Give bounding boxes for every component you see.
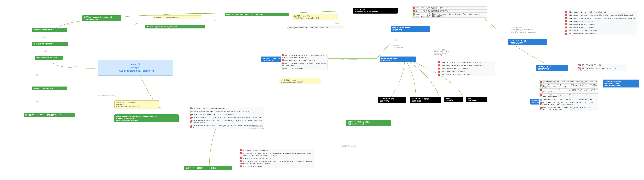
edge-e12: 继承 — [395, 39, 398, 41]
domain-list: 1$this->domain = $this->host; //当前域名属性 /… — [279, 53, 329, 71]
left-n6: 执行容器类Container中的make方法,参数为"route" — [24, 113, 75, 117]
addrule-call: $this->group->addRule('hello/:name', 'in… — [288, 26, 343, 29]
setrule-list: 1是否完全匹配,此配置是否有$标识 2把原本参数,代成正配,'hello/<na… — [575, 63, 628, 72]
left-n3: 静态访问不存在的get( )方法 — [32, 42, 68, 46]
yellow-y3: 这里的$this->group属性 是已经实例化的 think\route\Do… — [292, 14, 338, 20]
blue-b2: think\route\Domain类 // 注册默认域名 — [380, 56, 416, 62]
black-k2: checkUrlBind( )方法 检测URL绑定 — [378, 97, 406, 103]
setrulename-list: 1若$route为空即是指:如'index/hello',则$this->nam… — [537, 80, 600, 112]
left-n1: 调用不存在的Route类 触发autoload 加载think\facade\R… — [82, 15, 122, 21]
edge-e11: 实例化think\route\Domain类 — [340, 58, 358, 60]
left-n2: 加载think\facade\Route类 — [32, 28, 67, 32]
edge-e2: 步骤二 — [67, 24, 71, 26]
blue-b3: think\route\RuleGroup类 //注册默认域名 — [391, 26, 430, 32]
yellow-y4: 这一属性$this->group think\Route类的rule( )方法中… — [279, 78, 321, 84]
left-n4: 触发Facade类里面 callStatic( ) — [35, 56, 63, 60]
edge-e9: 调用 — [214, 20, 216, 22]
black-k1: addRule( )方法 添加分组下的路由规则或者子分组 — [353, 8, 398, 14]
green-g3: 调用think\Route中的__make(App $app,Config $c… — [114, 114, 178, 122]
left-n5: 调用static::createFacade() — [32, 86, 67, 90]
green-g4: 触发think\Route类中的 __construct( )方法 — [184, 166, 232, 170]
edge-e4: 步骤四 — [43, 50, 48, 52]
blue-b4: think\route\RuleItem类 // 创建路由规则实例 — [508, 39, 547, 45]
edge-e14: 返回属性 think\Route类 返回属性 App类、Config类 — [248, 126, 265, 130]
black-k5: bind( ) //设置路由绑定 — [466, 97, 487, 102]
black-k4: check( ) //路由检测 — [444, 97, 462, 102]
edge-e8: 步骤八 — [134, 23, 138, 25]
construct-list: 1$this->app = $app;//注入的App对象 2$this->re… — [237, 148, 315, 169]
edge-e3: 步骤三 — [43, 36, 48, 38]
edge-e6: 步骤六 — [35, 100, 39, 102]
yellow-y1: //此时的think\Route类加载了各种配置 — [152, 15, 201, 20]
addrule-list: 1$name = $route;// 读取路由标识,即"hello/name" … — [410, 6, 488, 18]
blue-b7: RuleItem的父类 Rule类 中的parseVar( )方法 //分析路由… — [603, 80, 639, 88]
green-g1: think\Route::get('hello/:name', 'index/h… — [145, 25, 205, 28]
edge-e15: 实例化think\Request类 — [342, 145, 356, 147]
green-g2: think\Route::rule('hello/:name', 'index/… — [225, 12, 289, 16]
ruleitem-list: 1$this->router = $router;//路由实例,think\Ro… — [562, 10, 639, 36]
edge-e1: 步骤一 — [72, 66, 77, 68]
green-g5: 触发Container中的__get( )方法 实例化think\Request… — [346, 120, 391, 126]
blue-b5: setRule($rule) 方法 //路由规则预处理 — [536, 65, 568, 71]
edge-e13: (遍历子数) 属性和方法三项 — [394, 45, 403, 48]
edge-e10: 实例化 — [335, 22, 339, 24]
edge-e7: 返回了加载的think\Route类 — [98, 95, 114, 97]
yellow-y2: 注意:在步骤八之前,都是铺垫 还没有调用到 get( 'hello/:name'… — [114, 100, 159, 109]
domain-inst-list: 1$this->router = $router;//路由对象,指think\R… — [436, 60, 497, 77]
edge-e5: 步骤五 — [35, 74, 39, 76]
root-node: route目录 route.php Route::get('hello/:nam… — [98, 60, 173, 76]
construct-c1: __construct( )方法 (Route $router, $name='… — [432, 48, 473, 56]
construct-c2: __construct( )方法 (Route $router, RuleGro… — [509, 26, 554, 34]
black-k3: checkRouteAlias( )方法 检测路由别名 — [410, 97, 441, 103]
